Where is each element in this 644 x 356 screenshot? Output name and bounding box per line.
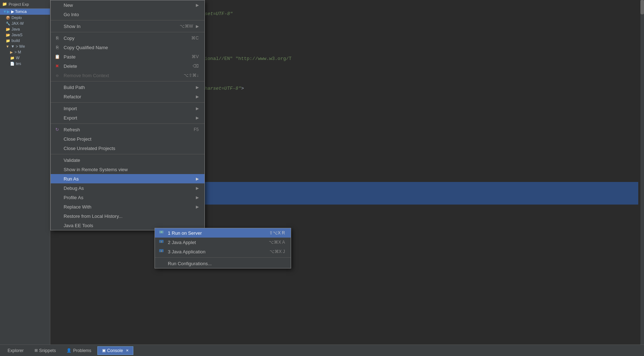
menu-item-show-in-label: Show In [64, 24, 80, 29]
explorer-header: 📁 Project Exp [0, 0, 50, 9]
tree-item-w[interactable]: 📁 W [0, 55, 50, 61]
menu-item-export[interactable]: Export ▶ [51, 113, 204, 122]
copy-shortcut: ⌘C [191, 36, 199, 41]
folder-icon-deploy: 📦 [6, 16, 10, 20]
menu-item-close-unrelated[interactable]: Close Unrelated Projects [51, 144, 204, 153]
folder-icon: 📁 [2, 2, 7, 6]
debug-as-arrow: ▶ [196, 186, 199, 191]
menu-item-show-remote[interactable]: Show in Remote Systems view [51, 165, 204, 174]
explorer-title: Project Exp [9, 2, 29, 6]
menu-item-run-as[interactable]: Run As ▶ [51, 174, 204, 183]
show-in-arrow: ▶ [196, 24, 199, 29]
submenu-item-run-server[interactable]: 1 Run on Server ⇧⌥X R [155, 228, 291, 238]
menu-item-profile-as[interactable]: Profile As ▶ [51, 193, 204, 202]
scrollbar-thumb[interactable] [640, 0, 644, 14]
tree-item-javas[interactable]: 📂 JavaS [0, 32, 50, 38]
menu-item-run-as-label: Run As [64, 176, 79, 182]
menu-item-import-label: Import [64, 106, 77, 111]
submenu-separator [155, 257, 291, 258]
delete-shortcut: ⌫ [193, 64, 199, 69]
tab-console[interactable]: ▣ Console ✕ [97, 346, 133, 355]
build-path-arrow: ▶ [196, 85, 199, 90]
svg-text:J: J [161, 241, 162, 243]
menu-item-restore-local[interactable]: Restore from Local History... [51, 211, 204, 221]
separator-4 [51, 102, 204, 103]
bottom-bar: Explorer ⊞ Snippets 👤 Problems ▣ Console… [0, 345, 644, 356]
tab-explorer[interactable]: Explorer [3, 346, 28, 355]
run-as-submenu[interactable]: 1 Run on Server ⇧⌥X R J 2 Java Applet ⌥⌘… [155, 228, 291, 268]
submenu-item-java-applet[interactable]: J 2 Java Applet ⌥⌘X A [155, 238, 291, 247]
new-arrow: ▶ [196, 3, 199, 8]
folder-icon-jax: 🔧 [6, 22, 10, 25]
menu-item-profile-as-label: Profile As [64, 195, 83, 200]
menu-item-paste-label: Paste [64, 54, 75, 60]
menu-item-new[interactable]: New ▶ [51, 0, 204, 10]
menu-item-copy-qualified[interactable]: ⎘ Copy Qualified Name [51, 43, 204, 52]
tab-snippets-label: Snippets [39, 348, 56, 353]
snippets-icon: ⊞ [34, 348, 38, 353]
tab-problems-label: Problems [73, 348, 91, 353]
refresh-icon: ↻ [54, 127, 61, 132]
tree-item-webcontent[interactable]: ▼ ▼ > We [0, 43, 50, 49]
menu-item-replace-with-label: Replace With [64, 204, 91, 210]
import-arrow: ▶ [196, 106, 199, 111]
submenu-item-java-app[interactable]: J 3 Java Application ⌥⌘X J [155, 247, 291, 256]
tree-item-build[interactable]: 📁 build [0, 38, 50, 43]
submenu-run-configs-label: Run Configurations... [168, 261, 212, 266]
tab-problems[interactable]: 👤 Problems [62, 346, 96, 355]
separator-3 [51, 81, 204, 81]
tree-item-java[interactable]: 📂 Java [0, 26, 50, 32]
folder-icon-java: 📂 [6, 27, 10, 31]
paste-shortcut: ⌘V [192, 54, 199, 59]
menu-item-import[interactable]: Import ▶ [51, 104, 204, 113]
menu-item-copy[interactable]: ⎘ Copy ⌘C [51, 33, 204, 43]
submenu-java-applet-label: 2 Java Applet [168, 240, 196, 245]
tab-console-label: Console [107, 348, 123, 353]
run-server-icon [158, 230, 165, 236]
submenu-run-server-label: 1 Run on Server [168, 230, 202, 236]
scrollbar-track[interactable] [640, 0, 644, 345]
paste-icon: 📋 [54, 54, 61, 59]
menu-item-refactor-label: Refactor [64, 94, 81, 99]
menu-item-refresh[interactable]: ↻ Refresh F5 [51, 125, 204, 134]
separator-1 [51, 20, 204, 20]
menu-item-export-label: Export [64, 115, 77, 121]
context-menu[interactable]: New ▶ Go Into Show In ⌥⌘W ▶ ⎘ Copy ⌘C ⎘ … [50, 0, 205, 230]
file-icon-tes: 📄 [10, 62, 14, 66]
show-in-shortcut: ⌥⌘W [180, 24, 193, 29]
menu-item-build-path[interactable]: Build Path ▶ [51, 83, 204, 92]
menu-item-delete-label: Delete [64, 64, 77, 69]
separator-5 [51, 123, 204, 124]
menu-item-debug-as[interactable]: Debug As ▶ [51, 183, 204, 193]
menu-item-copy-label: Copy [64, 36, 74, 41]
submenu-item-run-configs[interactable]: Run Configurations... [155, 259, 291, 268]
menu-item-build-path-label: Build Path [64, 85, 85, 90]
copy-qualified-icon: ⎘ [54, 45, 61, 50]
remove-context-icon: ⊖ [54, 74, 61, 78]
menu-item-refactor[interactable]: Refactor ▶ [51, 92, 204, 101]
menu-item-new-label: New [64, 3, 73, 8]
refactor-arrow: ▶ [196, 94, 199, 99]
menu-item-remove-context[interactable]: ⊖ Remove from Context ⌥⇧⌘↓ [51, 71, 204, 80]
menu-item-paste[interactable]: 📋 Paste ⌘V [51, 52, 204, 61]
menu-item-go-into[interactable]: Go Into [51, 10, 204, 19]
menu-item-close-unrelated-label: Close Unrelated Projects [64, 146, 115, 151]
folder-icon-meta: ▶ [10, 50, 13, 54]
tree-item-tomcat[interactable]: ▼▶ ▶ Tomca [0, 9, 50, 15]
console-close-icon[interactable]: ✕ [126, 348, 129, 352]
menu-item-replace-with[interactable]: Replace With ▶ [51, 202, 204, 211]
menu-item-show-in[interactable]: Show In ⌥⌘W ▶ [51, 22, 204, 31]
tab-explorer-label: Explorer [8, 348, 24, 353]
menu-item-validate[interactable]: Validate [51, 155, 204, 165]
tree-item-jax[interactable]: 🔧 JAX-W [0, 20, 50, 26]
menu-item-debug-as-label: Debug As [64, 186, 84, 191]
tree-item-tes[interactable]: 📄 tes [0, 61, 50, 66]
profile-as-arrow: ▶ [196, 195, 199, 200]
console-icon: ▣ [102, 348, 106, 353]
tree-item-meta[interactable]: ▶ > M [0, 49, 50, 55]
server-icon: ▼▶ [3, 9, 10, 14]
menu-item-delete[interactable]: ✖ Delete ⌫ [51, 61, 204, 71]
menu-item-close-project[interactable]: Close Project [51, 134, 204, 144]
tree-item-deploy[interactable]: 📦 Deplo [0, 15, 50, 20]
tab-snippets[interactable]: ⊞ Snippets [30, 346, 61, 355]
